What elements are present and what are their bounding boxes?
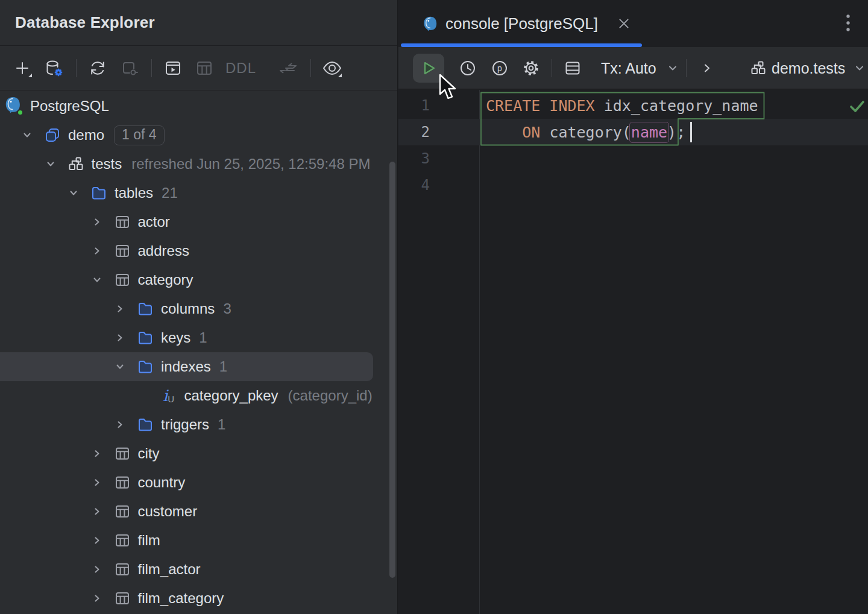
code-line-2[interactable]: 2 ON category(name); — [398, 119, 868, 145]
schema-context-dropdown[interactable]: demo.tests — [750, 47, 866, 89]
refresh-icon[interactable] — [87, 58, 108, 78]
chevron-right-icon[interactable] — [91, 245, 103, 257]
tree-item-keys[interactable]: keys1 — [0, 323, 397, 352]
tree-item-film[interactable]: film — [0, 526, 397, 555]
tab-close-icon[interactable] — [615, 14, 633, 33]
tree-item-tables[interactable]: tables21 — [0, 179, 397, 207]
tree-item-columns[interactable]: columns3 — [0, 294, 397, 323]
tree-item-film_category[interactable]: film_category — [0, 584, 397, 613]
folder-icon — [137, 417, 153, 432]
table-icon — [115, 590, 130, 606]
tree-item-label: film_actor — [138, 561, 201, 578]
panel-title: Database Explorer — [15, 13, 155, 32]
tree-item-customer[interactable]: customer — [0, 497, 397, 526]
db-tree: PostgreSQL demo1 of 4 testsrefreshed Jun… — [0, 92, 397, 613]
chevron-right-icon[interactable] — [91, 563, 103, 575]
more-actions-chevron-icon[interactable] — [701, 47, 713, 89]
chevron-down-icon[interactable] — [91, 274, 103, 286]
chevron-down-icon[interactable] — [21, 129, 33, 141]
in-editor-results-icon[interactable] — [564, 47, 581, 89]
tx-mode-dropdown[interactable]: Tx: Auto — [601, 47, 679, 89]
panel-header: Database Explorer — [0, 0, 397, 46]
tree-item-label: category — [138, 271, 193, 288]
item-annotation: (category_id) — [288, 387, 373, 404]
jump-to-console-icon[interactable] — [163, 58, 183, 78]
chevron-right-icon[interactable] — [91, 216, 103, 228]
run-button[interactable] — [413, 54, 444, 83]
code-token — [486, 124, 522, 141]
item-count: 1 — [219, 358, 227, 375]
tree-item-label: tables — [115, 185, 153, 201]
tab-console-postgresql[interactable]: console [PostgreSQL] — [398, 0, 642, 47]
chevron-spacer — [137, 390, 149, 402]
tree-item-category_pkey[interactable]: iUcategory_pkey(category_id) — [0, 381, 397, 410]
tab-options-kebab-icon[interactable] — [839, 14, 857, 33]
editor-tab-bar: console [PostgreSQL] — [398, 0, 868, 47]
tree-scrollbar[interactable] — [389, 162, 395, 578]
tree-item-postgresql[interactable]: PostgreSQL — [0, 92, 397, 121]
tree-item-label: film — [138, 532, 160, 549]
app-window: Database Explorer DDL PostgreSQL demo1 o… — [0, 0, 868, 614]
chevron-down-icon[interactable] — [68, 187, 80, 199]
chevron-right-icon[interactable] — [114, 419, 126, 431]
chevron-down-icon[interactable] — [45, 158, 57, 170]
tree-item-address[interactable]: address — [0, 236, 397, 265]
toolbar-separator — [151, 59, 152, 77]
code-token: name — [631, 124, 667, 141]
code-token: ; — [676, 124, 685, 141]
folder-icon — [137, 359, 153, 375]
postgresql-icon — [4, 96, 22, 116]
code-line-1[interactable]: 1CREATE INDEX idx_category_name — [398, 92, 868, 119]
tree-item-film_actor[interactable]: film_actor — [0, 555, 397, 584]
tree-item-label: PostgreSQL — [30, 98, 109, 115]
sql-editor[interactable]: 1CREATE INDEX idx_category_name2 ON cate… — [398, 90, 868, 614]
chevron-right-icon[interactable] — [91, 476, 103, 489]
settings-gear-icon[interactable] — [522, 47, 540, 89]
item-annotation: refreshed Jun 25, 2025, 12:59:48 PM — [131, 156, 370, 172]
tree-item-tests[interactable]: testsrefreshed Jun 25, 2025, 12:59:48 PM — [0, 150, 397, 179]
chevron-right-icon[interactable] — [91, 505, 103, 517]
tree-item-actor[interactable]: actor — [0, 207, 397, 236]
tree-item-country[interactable]: country — [0, 468, 397, 497]
tree-item-label: columns — [161, 300, 215, 317]
add-icon[interactable] — [12, 58, 33, 78]
history-icon[interactable] — [459, 47, 476, 89]
tree-item-label: category_pkey — [184, 387, 278, 404]
chevron-down-icon[interactable] — [114, 361, 126, 373]
tree-item-category[interactable]: category — [0, 265, 397, 294]
table-view-icon — [194, 58, 215, 78]
data-source-settings-icon[interactable] — [43, 58, 64, 78]
chevron-right-icon[interactable] — [91, 534, 103, 546]
code-line-4[interactable]: 4 — [398, 172, 868, 198]
tree-item-label: indexes — [161, 358, 211, 375]
tree-item-triggers[interactable]: triggers1 — [0, 410, 397, 439]
ddl-label: DDL — [225, 60, 256, 77]
chevron-right-icon[interactable] — [91, 448, 103, 460]
detach-icon — [119, 58, 139, 78]
tree-item-indexes[interactable]: indexes1 — [0, 352, 397, 381]
editor-area: console [PostgreSQL] — [398, 0, 868, 614]
folder-icon — [91, 185, 107, 201]
item-count: 1 — [218, 416, 225, 433]
tx-mode-label: Tx: Auto — [601, 60, 656, 77]
tree-item-city[interactable]: city — [0, 439, 397, 468]
code-line-3[interactable]: 3 — [398, 145, 868, 172]
explain-plan-icon[interactable]: p — [491, 47, 508, 89]
svg-text:p: p — [497, 63, 502, 73]
code-token: CREATE INDEX — [486, 97, 604, 115]
code-token: ) — [667, 124, 676, 141]
text-caret — [690, 122, 692, 142]
tree-item-label: tests — [92, 156, 122, 172]
postgresql-icon — [422, 16, 438, 32]
tree-item-demo[interactable]: demo1 of 4 — [0, 121, 397, 150]
chevron-right-icon[interactable] — [114, 303, 126, 315]
tree-item-label: city — [138, 445, 160, 462]
line-number: 1 — [398, 97, 430, 114]
tree-item-label: film_category — [138, 590, 224, 607]
toolbar-separator — [76, 59, 77, 77]
preview-icon[interactable] — [322, 58, 342, 78]
table-icon — [115, 475, 130, 490]
console-toolbar: p Tx: Auto — [398, 47, 868, 89]
chevron-right-icon[interactable] — [91, 592, 103, 604]
chevron-right-icon[interactable] — [114, 332, 126, 344]
